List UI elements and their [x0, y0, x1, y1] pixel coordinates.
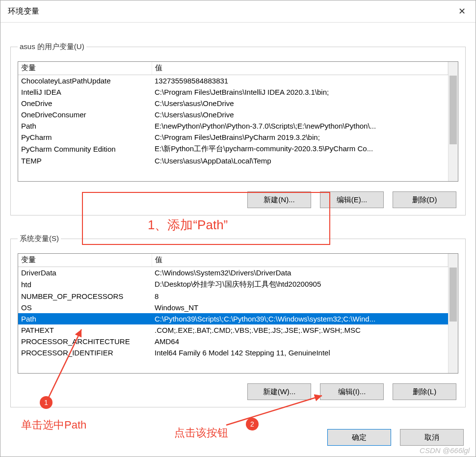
- cell-variable: IntelliJ IDEA: [18, 86, 152, 98]
- cell-value: Intel64 Family 6 Model 142 Stepping 11, …: [152, 347, 448, 358]
- table-row[interactable]: OneDriveC:\Users\asus\OneDrive: [18, 98, 448, 109]
- annotation-text-click-path: 单击选中Path: [21, 418, 86, 432]
- cell-value: C:\Windows\System32\Drivers\DriverData: [152, 267, 448, 278]
- cell-variable: PROCESSOR_IDENTIFIER: [18, 347, 152, 358]
- cell-value: C:\Python39\Scripts\;C:\Python39\;C:\Win…: [152, 313, 448, 324]
- cell-value: C:\Users\asus\OneDrive: [152, 98, 448, 109]
- table-row[interactable]: PROCESSOR_ARCHITECTUREAMD64: [18, 336, 448, 347]
- cell-variable: OneDrive: [18, 98, 152, 109]
- user-delete-button[interactable]: 删除(D): [393, 191, 456, 208]
- cell-variable: PATHEXT: [18, 324, 152, 336]
- cell-variable: PyCharm Community Edition: [18, 143, 152, 155]
- system-new-button[interactable]: 新建(W)...: [247, 383, 311, 400]
- table-row[interactable]: DriverDataC:\Windows\System32\Drivers\Dr…: [18, 267, 448, 278]
- user-col-variable[interactable]: 变量: [18, 62, 152, 75]
- cell-value: 8: [152, 291, 448, 302]
- user-variables-table[interactable]: 变量 值 ChocolateyLastPathUpdate13273559858…: [18, 61, 458, 182]
- cell-variable: Path: [18, 313, 152, 324]
- cell-value: 132735598584883831: [152, 75, 448, 86]
- cell-variable: DriverData: [18, 267, 152, 278]
- table-row[interactable]: TEMPC:\Users\asus\AppData\Local\Temp: [18, 155, 448, 166]
- close-icon: ✕: [458, 6, 466, 17]
- table-row[interactable]: OneDriveConsumerC:\Users\asus\OneDrive: [18, 109, 448, 120]
- table-row[interactable]: PyCharm Community EditionE:\新Python工作平台\…: [18, 143, 448, 155]
- cell-value: C:\Program Files\JetBrains\IntelliJ IDEA…: [152, 86, 448, 98]
- cell-variable: NUMBER_OF_PROCESSORS: [18, 291, 152, 302]
- dialog-button-row: 确定 取消: [327, 429, 464, 446]
- system-variables-group: 系统变量(S) 变量 值 DriverDataC:\Windows\System…: [10, 234, 466, 407]
- cell-variable: PROCESSOR_ARCHITECTURE: [18, 336, 152, 347]
- table-row[interactable]: PyCharmC:\Program Files\JetBrains\PyChar…: [18, 132, 448, 143]
- cell-variable: OneDriveConsumer: [18, 109, 152, 120]
- cell-value: D:\Desktop\外挂学习\国庆特别工具包\htd20200905: [152, 278, 448, 291]
- user-variables-group: asus 的用户变量(U) 变量 值 ChocolateyLastPathUpd…: [10, 42, 466, 215]
- annotation-text-1: 1、添加“Path”: [148, 216, 228, 234]
- system-button-row: 新建(W)... 编辑(I)... 删除(L): [18, 383, 458, 400]
- annotation-text-click-button: 点击该按钮: [174, 426, 228, 440]
- cell-value: AMD64: [152, 336, 448, 347]
- user-scroll-thumb[interactable]: [450, 76, 457, 144]
- cell-variable: Path: [18, 120, 152, 132]
- cell-value: Windows_NT: [152, 302, 448, 313]
- system-variables-table[interactable]: 变量 值 DriverDataC:\Windows\System32\Drive…: [18, 253, 458, 374]
- table-row[interactable]: htdD:\Desktop\外挂学习\国庆特别工具包\htd20200905: [18, 278, 448, 291]
- window-title: 环境变量: [8, 6, 39, 17]
- system-edit-button[interactable]: 编辑(I)...: [320, 383, 384, 400]
- table-row[interactable]: NUMBER_OF_PROCESSORS8: [18, 291, 448, 302]
- user-button-row: 新建(N)... 编辑(E)... 删除(D): [18, 191, 458, 208]
- ok-button[interactable]: 确定: [327, 429, 391, 446]
- cell-variable: htd: [18, 278, 152, 291]
- table-row[interactable]: PROCESSOR_IDENTIFIERIntel64 Family 6 Mod…: [18, 347, 448, 358]
- table-row[interactable]: OSWindows_NT: [18, 302, 448, 313]
- user-col-value[interactable]: 值: [152, 62, 448, 75]
- system-scroll-thumb[interactable]: [450, 268, 457, 322]
- cell-variable: OS: [18, 302, 152, 313]
- cell-variable: TEMP: [18, 155, 152, 166]
- cell-value: E:\newPython\Python\Python-3.7.0\Scripts…: [152, 120, 448, 132]
- cell-value: .COM;.EXE;.BAT;.CMD;.VBS;.VBE;.JS;.JSE;.…: [152, 324, 448, 336]
- close-button[interactable]: ✕: [449, 0, 476, 22]
- system-scrollbar[interactable]: [448, 254, 458, 373]
- cell-value: C:\Users\asus\OneDrive: [152, 109, 448, 120]
- user-edit-button[interactable]: 编辑(E)...: [320, 191, 384, 208]
- cell-value: E:\新Python工作平台\pycharm-community-2020.3.…: [152, 143, 448, 155]
- cell-value: C:\Users\asus\AppData\Local\Temp: [152, 155, 448, 166]
- system-col-value[interactable]: 值: [152, 254, 448, 267]
- user-group-legend: asus 的用户变量(U): [18, 42, 86, 52]
- table-row[interactable]: ChocolateyLastPathUpdate1327355985848838…: [18, 75, 448, 86]
- system-group-legend: 系统变量(S): [18, 234, 61, 243]
- table-row[interactable]: PATHEXT.COM;.EXE;.BAT;.CMD;.VBS;.VBE;.JS…: [18, 324, 448, 336]
- annotation-badge-2: 2: [246, 418, 259, 430]
- table-row[interactable]: PathE:\newPython\Python\Python-3.7.0\Scr…: [18, 120, 448, 132]
- user-scrollbar[interactable]: [448, 62, 458, 181]
- user-new-button[interactable]: 新建(N)...: [247, 191, 311, 208]
- env-vars-dialog: 环境变量 ✕ asus 的用户变量(U) 变量 值 ChocolateyLast…: [0, 0, 476, 457]
- watermark: CSDN @666lgl: [420, 446, 470, 455]
- system-delete-button[interactable]: 删除(L): [393, 383, 456, 400]
- table-row[interactable]: PathC:\Python39\Scripts\;C:\Python39\;C:…: [18, 313, 448, 324]
- cancel-button[interactable]: 取消: [400, 429, 464, 446]
- table-row[interactable]: IntelliJ IDEAC:\Program Files\JetBrains\…: [18, 86, 448, 98]
- system-col-variable[interactable]: 变量: [18, 254, 152, 267]
- cell-variable: PyCharm: [18, 132, 152, 143]
- titlebar: 环境变量 ✕: [0, 0, 476, 23]
- cell-variable: ChocolateyLastPathUpdate: [18, 75, 152, 86]
- cell-value: C:\Program Files\JetBrains\PyCharm 2019.…: [152, 132, 448, 143]
